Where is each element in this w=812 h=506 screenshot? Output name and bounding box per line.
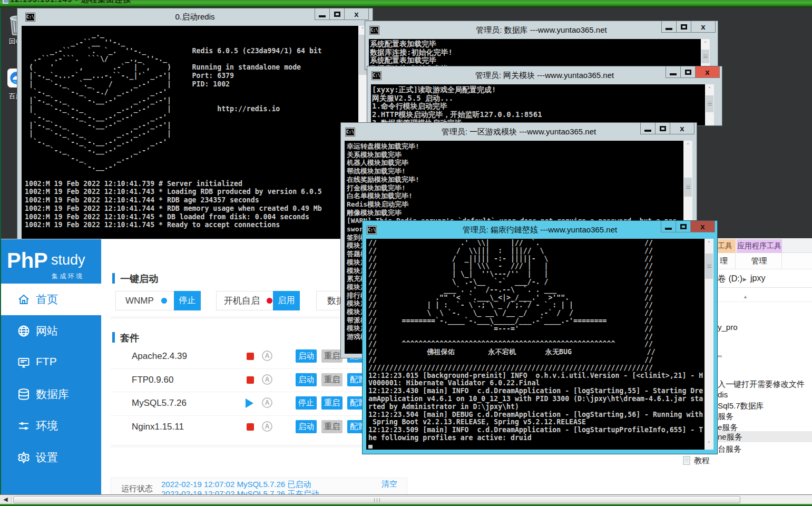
redis-console-text: _._ _.-``__ ''-._ _.-`` `. `_. ''-._ Red…: [22, 26, 358, 229]
green-edge-left: [0, 8, 1, 504]
file-name: ne服务: [718, 432, 742, 442]
minimize-button[interactable]: [661, 221, 676, 232]
minimize-glyph: [319, 15, 326, 17]
backend-console-output[interactable]: // .' \\| |// `. // // / \\||| : |||// \…: [366, 239, 705, 450]
autostart-badge-icon: A: [262, 374, 272, 385]
quickstart-heading: 一键启动: [120, 273, 158, 285]
gateway-scroll-thumb[interactable]: [706, 95, 713, 112]
sidebar-item-label: 设置: [36, 450, 58, 465]
service-start-stop-button[interactable]: 启动: [296, 349, 317, 363]
remote-desktop-icon: [2, 0, 9, 4]
maximize-button[interactable]: [677, 21, 691, 33]
gateway-scrollbar[interactable]: ˄: [705, 84, 714, 125]
maximize-button[interactable]: [330, 8, 345, 20]
close-button[interactable]: x: [670, 123, 694, 134]
service-start-stop-button[interactable]: 启动: [296, 373, 317, 386]
scroll-up-arrow[interactable]: ˄: [705, 85, 714, 94]
globe-icon: [17, 324, 31, 338]
close-glyph: x: [700, 222, 705, 231]
backend-console-text: // .' \\| |// `. // // / \\||| : |||// \…: [366, 239, 705, 442]
service-start-stop-button[interactable]: 启动: [296, 420, 317, 433]
db-console-output[interactable]: 系统配置表加载完毕 数据库连接:初始化完毕! 系统配置表加载完毕 数据库连接:初…: [369, 39, 701, 70]
autostart-status-dot: [267, 298, 272, 304]
ribbon-tab-tools[interactable]: 工具: [715, 239, 736, 253]
hscroll-thumb[interactable]: [13, 496, 740, 503]
close-button[interactable]: x: [691, 221, 715, 232]
suite-heading: 套件: [120, 332, 139, 344]
window-backend-console[interactable]: C:\ 管理员: 鍚庡彴鏈嶅姟 ---www.yuntao365.net x /…: [363, 221, 717, 454]
backend-scrollbar[interactable]: ˄ ˅: [705, 239, 713, 450]
sidebar-item-globe[interactable]: 网站: [1, 315, 101, 347]
scroll-grip: [708, 102, 712, 106]
service-name: Nginx1.15.11: [132, 422, 184, 432]
logo-tagline: 集 成 环 境: [52, 272, 82, 281]
remote-bar-title: 12.195.151.149 - 远程桌面连接: [10, 0, 132, 5]
scroll-up-arrow[interactable]: ˄: [701, 40, 710, 48]
maximize-button[interactable]: [656, 123, 670, 134]
db-console-text: 系统配置表加载完毕 数据库连接:初始化完毕! 系统配置表加载完毕 数据库连接:初…: [369, 39, 701, 70]
backend-scroll-thumb[interactable]: [705, 254, 713, 279]
maximize-button[interactable]: [681, 66, 696, 78]
backend-window-controls: x: [661, 221, 715, 232]
service-restart-button[interactable]: 重启: [321, 396, 343, 410]
maximize-button[interactable]: [676, 221, 691, 232]
minimize-button[interactable]: [640, 123, 656, 134]
sidebar-item-database[interactable]: 数据库: [1, 378, 101, 410]
ribbon-tab-app-tools[interactable]: 应用程序工具: [737, 239, 782, 253]
service-name: MySQL5.7.26: [132, 398, 187, 408]
gateway-console-output[interactable]: [xyxy:正式]读取游戏全局配置完成! 网关服V2.5.5 启动... 1.命…: [371, 84, 705, 125]
wnmp-control: WNMP 停止: [115, 291, 201, 310]
sidebar-item-sliders[interactable]: 环境: [1, 410, 101, 442]
close-button[interactable]: x: [345, 8, 369, 20]
clear-log-link[interactable]: 清空: [381, 479, 397, 489]
maximize-glyph: [685, 70, 691, 75]
db-scroll-thumb[interactable]: [701, 50, 709, 63]
wnmp-label: WNMP: [125, 296, 154, 306]
window-gateway-console[interactable]: C:\ 管理员: 网关模块 ---www.yuntao365.net x [xy…: [367, 66, 722, 125]
breadcrumb-folder[interactable]: jpxy: [750, 274, 765, 283]
close-button[interactable]: x: [691, 21, 716, 33]
collapse-chevron-icon[interactable]: ▲: [743, 294, 748, 299]
service-name: Apache2.4.39: [132, 351, 187, 362]
close-glyph: x: [680, 124, 684, 133]
file-row-tutorial[interactable]: 教程: [369, 455, 812, 466]
scroll-grip: [703, 55, 708, 59]
autostart-enable-button[interactable]: 启用: [273, 291, 300, 310]
close-glyph: x: [354, 10, 358, 18]
service-start-stop-button[interactable]: 停止: [296, 396, 317, 410]
breadcrumb-drive[interactable]: 卷 (D:): [718, 274, 742, 285]
logo-text-php: PhP: [7, 249, 48, 273]
maximize-glyph: [660, 126, 666, 131]
db-scrollbar[interactable]: ˄: [701, 39, 710, 70]
remote-desktop-bar[interactable]: 12.195.151.149 - 远程桌面连接: [0, 0, 812, 7]
scroll-down-arrow[interactable]: ˅: [705, 440, 713, 449]
maximize-glyph: [334, 12, 340, 17]
section-bar: [112, 273, 115, 284]
minimize-button[interactable]: [666, 66, 681, 78]
close-button[interactable]: x: [696, 66, 720, 78]
scroll-up-arrow[interactable]: ˄: [705, 240, 713, 248]
service-restart-button[interactable]: 重启: [321, 420, 343, 433]
minimize-button[interactable]: [661, 21, 677, 33]
tab-manage[interactable]: 管理: [737, 253, 782, 269]
sidebar-item-gear[interactable]: 设置: [1, 442, 101, 473]
sidebar-item-home[interactable]: 首页: [1, 284, 101, 315]
service-restart-button[interactable]: 重启: [321, 349, 343, 363]
game-scroll-thumb[interactable]: [684, 178, 692, 197]
redis-window-controls: x: [315, 8, 369, 20]
autostart-badge-icon: A: [262, 421, 272, 432]
rdp-horizontal-scrollbar[interactable]: ◀: [0, 494, 812, 504]
file-name: 服务: [718, 412, 733, 422]
home-icon: [17, 293, 31, 306]
minimize-glyph: [644, 130, 651, 132]
minimize-button[interactable]: [315, 8, 330, 20]
sidebar-item-label: 网站: [36, 324, 58, 338]
window-db-console[interactable]: C:\ 管理员: 数据库 ---www.yuntao365.net x 系统配置…: [365, 21, 718, 70]
scroll-up-arrow[interactable]: ˄: [683, 142, 692, 150]
scroll-left-arrow[interactable]: ◀: [0, 495, 12, 504]
service-restart-button[interactable]: 重启: [321, 373, 343, 386]
sidebar-item-ftp[interactable]: FTP: [1, 347, 101, 378]
maximize-glyph: [681, 24, 687, 30]
wnmp-stop-button[interactable]: 停止: [174, 291, 201, 310]
document-icon: [683, 456, 691, 465]
